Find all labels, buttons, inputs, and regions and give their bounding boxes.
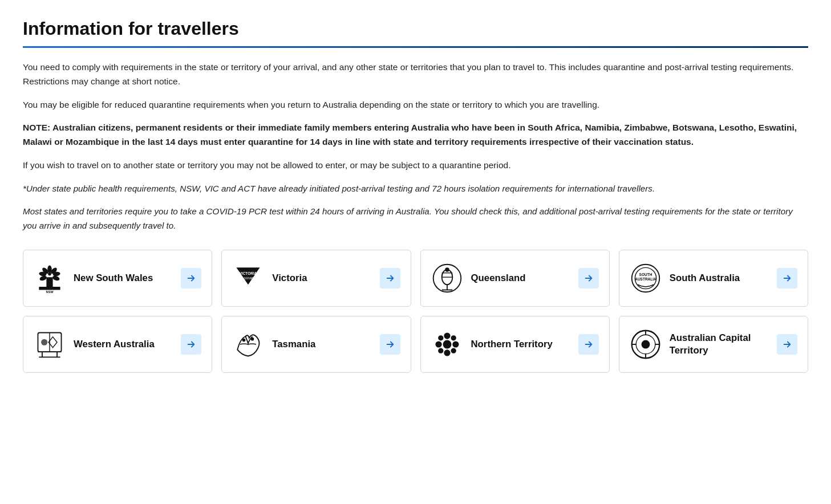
svg-point-37 (444, 349, 450, 356)
svg-point-39 (452, 341, 459, 347)
act-name: Australian Capital Territory (670, 332, 777, 357)
vic-logo: VICTORIA GOVERNMENT (232, 262, 264, 294)
card-wa[interactable]: Western Australia (23, 316, 212, 373)
arrow-right-icon (385, 339, 395, 349)
tas-name: Tasmania (272, 338, 315, 351)
sa-name: South Australia (670, 272, 740, 284)
nt-logo (431, 328, 463, 360)
nt-name: Northern Territory (471, 338, 553, 351)
svg-marker-12 (237, 267, 260, 284)
card-vic[interactable]: VICTORIA GOVERNMENT Victoria (221, 250, 411, 307)
arrow-right-icon (186, 339, 196, 349)
svg-text:NSW: NSW (46, 290, 54, 294)
arrow-right-icon (782, 273, 792, 283)
paragraph-5: *Under state public health requirements,… (23, 182, 808, 196)
nt-arrow-button[interactable] (578, 334, 599, 355)
card-sa[interactable]: SOUTH AUSTRALIA South Australia (619, 250, 808, 307)
wa-arrow-button[interactable] (181, 334, 201, 355)
paragraph-6: Most states and territories require you … (23, 205, 808, 233)
svg-point-38 (435, 341, 441, 347)
act-arrow-button[interactable] (777, 334, 797, 355)
svg-point-36 (444, 332, 450, 339)
wa-name: Western Australia (74, 338, 155, 351)
state-cards-grid: NSW GOVERNMENT New South Wales VICTORIA … (23, 250, 808, 373)
paragraph-4: If you wish to travel on to another stat… (23, 158, 808, 173)
svg-text:GOVERNMENT: GOVERNMENT (239, 277, 258, 280)
arrow-right-icon (385, 273, 395, 283)
svg-point-43 (451, 348, 456, 353)
vic-name: Victoria (272, 272, 307, 284)
sa-arrow-button[interactable] (777, 268, 797, 288)
qld-name: Queensland (471, 272, 526, 284)
act-logo (630, 328, 662, 360)
svg-point-19 (445, 267, 449, 271)
page-title: Information for travellers (23, 18, 808, 39)
svg-point-35 (443, 340, 451, 348)
svg-text:VICTORIA: VICTORIA (240, 271, 257, 275)
tas-logo (232, 328, 264, 360)
paragraph-1: You need to comply with requirements in … (23, 60, 808, 89)
nsw-arrow-button[interactable] (181, 268, 201, 288)
svg-rect-9 (39, 287, 60, 290)
arrow-right-icon (782, 339, 792, 349)
svg-point-46 (641, 340, 650, 348)
svg-point-41 (451, 335, 456, 340)
nsw-logo: NSW GOVERNMENT (34, 262, 66, 294)
divider (23, 46, 808, 48)
arrow-right-icon (186, 273, 196, 283)
tas-arrow-button[interactable] (380, 334, 400, 355)
svg-point-33 (242, 339, 246, 342)
card-act[interactable]: Australian Capital Territory (619, 316, 808, 373)
qld-arrow-button[interactable] (578, 268, 599, 288)
card-qld[interactable]: Queensland (420, 250, 610, 307)
svg-point-28 (41, 339, 47, 345)
svg-text:SOUTH: SOUTH (639, 273, 652, 277)
card-tas[interactable]: Tasmania (221, 316, 411, 373)
card-nsw[interactable]: NSW GOVERNMENT New South Wales (23, 250, 212, 307)
arrow-right-icon (583, 339, 594, 349)
sa-logo: SOUTH AUSTRALIA (630, 262, 662, 294)
qld-logo (431, 262, 463, 294)
svg-point-42 (438, 348, 443, 353)
note-paragraph: NOTE: Australian citizens, permanent res… (23, 121, 808, 149)
svg-point-34 (251, 338, 254, 341)
vic-arrow-button[interactable] (380, 268, 400, 288)
wa-logo (34, 328, 66, 360)
paragraph-2: You may be eligible for reduced quaranti… (23, 98, 808, 112)
svg-text:AUSTRALIA: AUSTRALIA (635, 277, 656, 281)
svg-point-40 (438, 335, 443, 340)
nsw-name: New South Wales (74, 272, 153, 284)
card-nt[interactable]: Northern Territory (420, 316, 610, 373)
arrow-right-icon (583, 273, 594, 283)
